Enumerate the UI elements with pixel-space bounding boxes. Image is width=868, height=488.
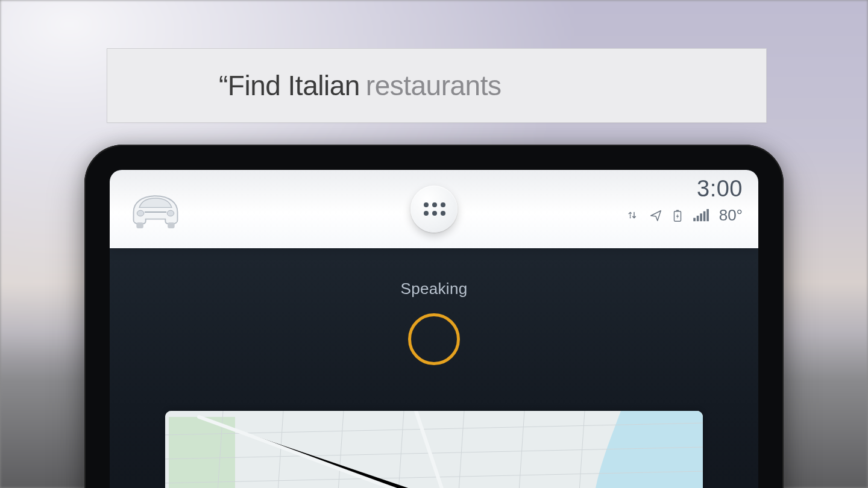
svg-rect-3 [136,222,143,228]
voice-state-label: Speaking [110,280,758,298]
svg-rect-11 [706,209,709,221]
location-icon [649,209,662,222]
device-frame: 3:00 [84,145,784,488]
status-bar: 3:00 [110,170,758,248]
status-right: 3:00 [627,177,743,225]
svg-point-1 [167,210,174,216]
svg-rect-10 [703,211,705,221]
voice-caption-part1: “Find Italian [219,70,360,101]
svg-point-0 [137,210,144,216]
svg-rect-6 [676,210,679,211]
voice-caption-part2: restaurants [366,70,502,101]
svg-rect-7 [693,217,696,221]
battery-icon [671,209,684,222]
temperature: 80° [719,206,743,225]
apps-button[interactable] [410,186,458,233]
voice-listen-ring-icon [408,313,460,365]
apps-grid-icon [424,202,444,216]
data-transfer-icon [627,209,641,222]
map-preview[interactable] [165,411,703,488]
svg-rect-4 [168,222,175,228]
voice-caption-text: “Find Italianrestaurants [219,69,501,102]
voice-caption-bar: “Find Italianrestaurants [107,48,767,123]
vehicle-icon[interactable] [127,184,184,234]
signal-icon [693,209,711,222]
device-screen: 3:00 [110,170,758,488]
svg-rect-8 [696,216,699,221]
clock: 3:00 [627,177,743,200]
svg-rect-9 [700,213,702,221]
status-icons-row: 80° [627,206,743,225]
